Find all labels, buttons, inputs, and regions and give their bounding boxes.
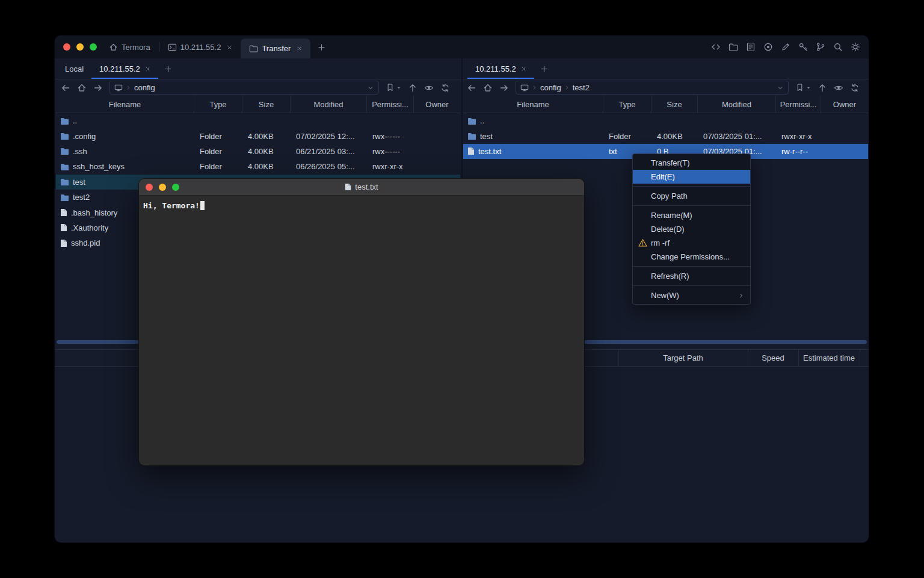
tab-transfer[interactable]: Transfer — [241, 39, 310, 58]
up-directory-icon[interactable] — [818, 83, 827, 93]
forward-icon[interactable] — [93, 83, 103, 93]
pencil-icon[interactable] — [781, 42, 790, 52]
tab-label: Local — [65, 64, 84, 73]
git-branch-icon[interactable] — [816, 42, 825, 52]
chevron-right-icon — [126, 85, 131, 90]
record-icon[interactable] — [763, 42, 773, 52]
menu-item-edit[interactable]: Edit(E) — [633, 170, 750, 184]
col-owner[interactable]: Owner — [821, 96, 868, 113]
file-name: sshd.pid — [71, 238, 100, 247]
menu-item-refresh[interactable]: Refresh(R) — [633, 269, 750, 283]
table-header: Filename Type Size Modified Permissi... … — [56, 96, 460, 113]
home-icon[interactable] — [77, 83, 87, 93]
column-divider — [798, 350, 799, 366]
col-permissions[interactable]: Permissi... — [367, 96, 414, 113]
menu-separator — [633, 285, 750, 286]
close-window-button[interactable] — [63, 43, 70, 51]
file-row[interactable]: .ssh Folder4.00KB06/21/2025 03:...rwx---… — [56, 144, 460, 159]
col-type[interactable]: Type — [603, 96, 651, 113]
close-window-button[interactable] — [146, 184, 153, 191]
transfer-col-estimated-time[interactable]: Estimated time — [798, 350, 860, 366]
file-name: test — [480, 132, 493, 141]
col-filename[interactable]: Filename — [56, 96, 194, 113]
file-name: test.txt — [478, 147, 501, 156]
tab-termora[interactable]: Termora — [100, 36, 159, 58]
file-row[interactable]: ssh_host_keys Folder4.00KB06/26/2025 05:… — [56, 159, 460, 174]
path-segment[interactable]: test2 — [573, 83, 590, 92]
col-modified[interactable]: Modified — [291, 96, 367, 113]
close-icon[interactable] — [227, 45, 232, 50]
file-size: 4.00KB — [242, 132, 291, 141]
zoom-window-button[interactable] — [90, 43, 97, 51]
search-icon[interactable] — [833, 42, 843, 52]
menu-item-transfer[interactable]: Transfer(T) — [633, 156, 750, 170]
file-name: .. — [480, 116, 484, 125]
terminal-icon — [168, 43, 177, 52]
bookmark-button[interactable] — [795, 83, 811, 92]
new-tab-button[interactable] — [310, 36, 333, 58]
close-icon[interactable] — [521, 66, 526, 72]
home-icon[interactable] — [483, 83, 493, 93]
new-panel-tab-button[interactable] — [534, 58, 554, 79]
editor-text-area[interactable]: Hi, Termora! — [139, 196, 584, 216]
back-icon[interactable] — [467, 83, 476, 93]
file-modified: 07/02/2025 12:... — [291, 132, 367, 141]
path-bar[interactable]: config test2 — [516, 81, 789, 95]
menu-item-new[interactable]: New(W) — [633, 288, 750, 302]
zoom-window-button[interactable] — [172, 184, 179, 191]
menu-item-change-permissions[interactable]: Change Permissions... — [633, 250, 750, 264]
chevron-down-icon[interactable] — [777, 84, 784, 92]
file-permissions: rwx------ — [367, 132, 414, 141]
chevron-down-icon[interactable] — [367, 84, 374, 92]
col-size[interactable]: Size — [242, 96, 291, 113]
file-type: Folder — [603, 132, 651, 141]
transfer-col-speed[interactable]: Speed — [748, 350, 798, 366]
forward-icon[interactable] — [499, 83, 509, 93]
key-icon[interactable] — [798, 42, 808, 52]
show-hidden-eye-icon[interactable] — [424, 83, 434, 93]
col-modified[interactable]: Modified — [698, 96, 776, 113]
new-panel-tab-button[interactable] — [158, 58, 178, 79]
col-permissions[interactable]: Permissi... — [776, 96, 821, 113]
path-segment[interactable]: config — [134, 83, 155, 92]
menu-item-rm-rf[interactable]: rm -rf — [633, 236, 750, 250]
file-row[interactable]: test Folder4.00KB07/03/2025 01:...rwxr-x… — [463, 128, 868, 143]
transfer-col-target-path[interactable]: Target Path — [618, 350, 748, 366]
file-row[interactable]: .. — [463, 113, 868, 128]
col-type[interactable]: Type — [194, 96, 242, 113]
tab-local[interactable]: Local — [57, 58, 91, 79]
col-owner[interactable]: Owner — [414, 96, 460, 113]
close-icon[interactable] — [297, 46, 302, 51]
back-icon[interactable] — [61, 83, 70, 93]
col-size[interactable]: Size — [651, 96, 698, 113]
path-bar[interactable]: config — [109, 81, 379, 95]
tab-remote-right[interactable]: 10.211.55.2 — [467, 58, 534, 79]
folder-icon — [60, 178, 69, 185]
file-row[interactable]: .. — [56, 113, 460, 128]
show-hidden-eye-icon[interactable] — [834, 83, 843, 93]
file-name: .ssh — [73, 147, 87, 156]
tab-remote-left[interactable]: 10.211.55.2 — [91, 58, 158, 79]
minimize-window-button[interactable] — [159, 184, 166, 191]
editor-content: Hi, Termora! — [143, 201, 200, 210]
bookmark-button[interactable] — [386, 83, 401, 92]
refresh-icon[interactable] — [850, 83, 860, 93]
log-icon[interactable] — [746, 42, 756, 52]
close-icon[interactable] — [145, 66, 150, 72]
code-icon[interactable] — [711, 42, 721, 52]
up-directory-icon[interactable] — [408, 83, 417, 93]
computer-icon — [520, 84, 529, 92]
folder-icon[interactable] — [728, 43, 738, 52]
menu-item-copy-path[interactable]: Copy Path — [633, 189, 750, 203]
path-segment[interactable]: config — [540, 83, 561, 92]
file-name: test2 — [73, 193, 90, 202]
refresh-icon[interactable] — [440, 83, 450, 93]
editor-titlebar[interactable]: test.txt — [139, 179, 584, 196]
minimize-window-button[interactable] — [76, 43, 84, 51]
col-filename[interactable]: Filename — [463, 96, 603, 113]
menu-item-delete[interactable]: Delete(D) — [633, 222, 750, 236]
menu-item-rename[interactable]: Rename(M) — [633, 208, 750, 222]
settings-icon[interactable] — [851, 42, 860, 52]
file-row[interactable]: .config Folder4.00KB07/02/2025 12:...rwx… — [56, 128, 460, 143]
tab-ssh-session[interactable]: 10.211.55.2 — [159, 36, 241, 58]
